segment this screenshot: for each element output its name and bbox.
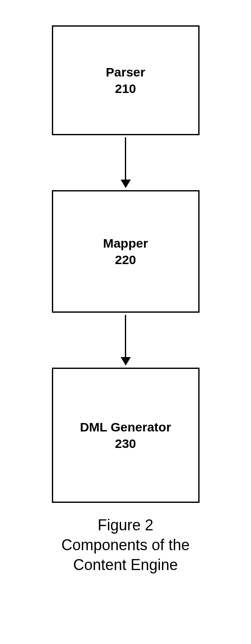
arrow-mapper-to-dml — [121, 313, 131, 368]
figure-caption: Figure 2 Components of the Content Engin… — [61, 516, 189, 575]
caption-line-2: Components of the — [61, 535, 189, 555]
arrow-parser-to-mapper — [121, 135, 131, 190]
parser-number: 210 — [115, 80, 136, 97]
diagram-flow: Parser 210 Mapper 220 DML Generator 230 — [52, 25, 200, 503]
parser-box: Parser 210 — [52, 25, 200, 135]
arrow-head-icon — [121, 180, 131, 188]
parser-label: Parser — [106, 64, 145, 80]
caption-line-3: Content Engine — [61, 555, 189, 575]
arrow-head-icon — [121, 357, 131, 366]
arrow-line — [125, 137, 126, 180]
dml-generator-box: DML Generator 230 — [52, 368, 200, 503]
caption-line-1: Figure 2 — [61, 516, 189, 535]
mapper-label: Mapper — [103, 235, 148, 251]
mapper-number: 220 — [115, 251, 136, 268]
arrow-line — [125, 315, 126, 357]
dml-label: DML Generator — [80, 419, 171, 435]
dml-number: 230 — [115, 435, 136, 452]
mapper-box: Mapper 220 — [52, 190, 200, 313]
